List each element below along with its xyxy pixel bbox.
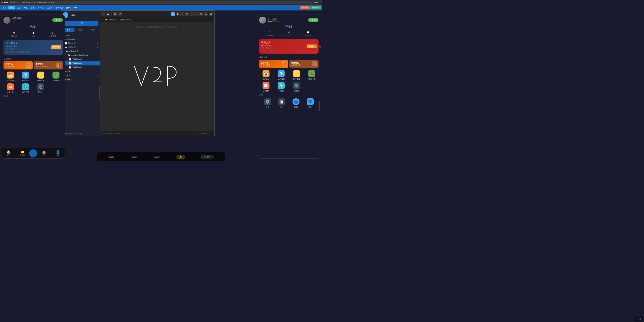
new-note-btn[interactable]: + 新建 bbox=[63, 21, 98, 26]
phone3-calendar[interactable]: 📅 我的日历 bbox=[259, 70, 273, 80]
nav-ranking[interactable]: 排行榜 bbox=[36, 6, 45, 10]
nav-back[interactable]: ‹ bbox=[101, 19, 102, 21]
address-bar[interactable]: https://www.52pojie.cn/thread-1965653-1-… bbox=[20, 1, 313, 4]
tree-whiteboard-2[interactable]: ⬜ 无标题白板(2) bbox=[62, 66, 100, 70]
phone3-stat-days: 4 使用天数 bbox=[266, 31, 273, 37]
contact-status[interactable]: 联系客服 bbox=[113, 132, 120, 135]
taskbar-btn5[interactable]: 4人合用 bbox=[202, 155, 214, 159]
tool-cursor[interactable]: ↖ bbox=[171, 15, 175, 16]
phone-1: oUU 会员 7GB 立即绑定 手机1 4 使用天数 bbox=[1, 14, 66, 159]
gift-icon: 🎁 bbox=[56, 63, 61, 68]
redo-btn[interactable]: ↷ bbox=[208, 132, 210, 134]
phone3-scrollbar[interactable] bbox=[320, 101, 320, 111]
phone3-vip-card[interactable]: 夜间会员 500-今夜立开 专享46项权益 限时优惠，立享专属权益 立即开通 bbox=[259, 39, 318, 54]
phone1-calendar[interactable]: 📅 我的日历 bbox=[4, 72, 17, 82]
tree-my-resources[interactable]: ▶ ▶ 我的资源 bbox=[62, 49, 100, 53]
phone3-blue[interactable]: 💙 蓝色 bbox=[304, 98, 316, 108]
nav-report[interactable]: 投诉举报 bbox=[54, 6, 64, 10]
tool-line1[interactable]: — bbox=[190, 15, 194, 16]
phone1-tab-latest[interactable]: 🏠 最新 bbox=[2, 150, 15, 156]
phone3-work[interactable]: 📋 作为 bbox=[276, 98, 288, 108]
tree-whiteboard-1[interactable]: ⬜ 无标题白板(1) bbox=[62, 62, 100, 66]
taskbar-btn1[interactable] bbox=[108, 156, 114, 158]
tree-trash[interactable]: 🗑 回收站 bbox=[62, 78, 100, 82]
phone3-vip-area: 夜间会员 500-今夜立开 专享46项权益 限时优惠，立享专属权益 立即开通 注… bbox=[257, 39, 320, 54]
tool-hand[interactable]: ✋ bbox=[176, 15, 180, 16]
phone3-share-me[interactable]: 💎 今我分享 bbox=[274, 82, 288, 92]
phone1-tab-ai[interactable]: 🤖 AI工具 bbox=[37, 150, 51, 156]
phone3-vip-btn[interactable]: 立即开通 bbox=[308, 18, 318, 22]
nav-monitor[interactable]: 总监视 bbox=[45, 6, 54, 10]
note-drawing-area[interactable]: 移动画布，请按住鼠标按钮拖拽画布，再按就停止 bbox=[100, 22, 214, 131]
phone1-tags[interactable]: 🔖 我的标签 bbox=[49, 72, 63, 82]
phone3-cloud-notes[interactable]: 💎 我的云笔 bbox=[274, 70, 288, 80]
taskbar-btn2[interactable] bbox=[131, 156, 137, 158]
phone3-circle[interactable]: 🔵 圆形 bbox=[290, 98, 302, 108]
fullscreen-btn[interactable]: ⛶ bbox=[211, 132, 213, 134]
nav-forward[interactable]: › bbox=[103, 19, 104, 21]
nav-help[interactable]: 帮助 bbox=[72, 6, 78, 10]
tool-line2[interactable]: — bbox=[194, 15, 199, 16]
tool-share[interactable]: ↗ bbox=[118, 15, 122, 16]
tree-date-folder[interactable]: 📅 2024年9月27日21-40 bbox=[62, 53, 100, 57]
phone3-trash[interactable]: 🗑️ 回收站 bbox=[290, 82, 303, 92]
phone1-username: oUU bbox=[12, 17, 16, 19]
phone1-link-fav[interactable]: ⭐ 链接收藏 bbox=[34, 72, 48, 82]
tool-circle[interactable]: ○ bbox=[180, 15, 184, 16]
nav-collection[interactable]: 合集 bbox=[29, 6, 36, 10]
phone1-invite[interactable]: 邀请有礼 邀请好友领取奖励 🎁 bbox=[34, 61, 63, 70]
phone1-fab[interactable]: + bbox=[29, 149, 37, 157]
tree-tags[interactable]: 🏷 标签 ∨ bbox=[62, 74, 100, 78]
sidebar-tab-ai[interactable]: AI工具 bbox=[75, 28, 86, 32]
tool-image[interactable]: 🖼 bbox=[208, 15, 213, 16]
taskbar-btn4[interactable]: 🌟 bbox=[176, 155, 184, 159]
nav-news[interactable]: 资讯 bbox=[8, 6, 15, 10]
tool-text[interactable]: A bbox=[204, 15, 208, 16]
nav-general[interactable]: 综合 bbox=[15, 6, 22, 10]
undo-btn[interactable]: ↶ bbox=[206, 132, 208, 134]
phone1-task-center[interactable]: 任务中心 有任务领取哦 🎯 bbox=[4, 61, 32, 70]
browser-tab-label[interactable]: 52破解 bbox=[10, 2, 15, 4]
phone1-vip-card[interactable]: ♡ 开通会员 150G 超大空间 专享46项权益 开通超级会员，立享全部专属权益… bbox=[4, 40, 63, 55]
nav-activity[interactable]: 活动 bbox=[65, 6, 72, 10]
phone3-link-fav[interactable]: ⭐ 链接收藏 bbox=[290, 70, 303, 80]
phone1-tab-mine[interactable]: 👤 我的 bbox=[51, 150, 65, 156]
tool-delete[interactable]: 🗑 bbox=[113, 15, 117, 16]
phone3-settings[interactable]: ⚙️ 设置 bbox=[261, 98, 274, 108]
phone1-tab-folder[interactable]: 📁 文件夹 bbox=[15, 150, 29, 156]
sidebar-expand[interactable]: › bbox=[98, 15, 98, 17]
note-nav: ‹ › 📁 全部笔记 › 无标题白板(1) bbox=[100, 17, 214, 22]
contact-btn[interactable]: 联系客服 bbox=[75, 132, 82, 135]
tool-rect[interactable]: □ bbox=[185, 15, 189, 16]
zoom-out[interactable]: − bbox=[196, 132, 198, 134]
tool-pen[interactable]: ✏️ bbox=[199, 15, 204, 16]
nav-quick-btn[interactable]: 快速导航 bbox=[311, 6, 320, 10]
nav-follow-btn[interactable]: 关注前辈 bbox=[300, 6, 310, 10]
tree-whiteboard[interactable]: ⬜ 无标题白板 bbox=[62, 57, 100, 62]
browser-refresh[interactable]: ↻ bbox=[318, 1, 320, 4]
phone3-files[interactable]: 📄 记录文件 bbox=[259, 82, 273, 92]
phone1-vip-btn[interactable]: 立即绑定 bbox=[52, 18, 63, 22]
tree-all-notes[interactable]: 📁 全部笔记 ∧ bbox=[62, 45, 100, 49]
nav-zone[interactable]: 专区 bbox=[22, 6, 29, 10]
phone1-starred[interactable]: 📁 加星文件 bbox=[4, 83, 17, 94]
taskbar-btn3[interactable] bbox=[154, 156, 160, 158]
phone1-shared[interactable]: ✈️ 与我分享 bbox=[19, 83, 32, 94]
phone3-invite[interactable]: 迷路有礼 邀请好友奖励 🎁 bbox=[290, 60, 318, 68]
browser-back[interactable]: ⟵ bbox=[314, 1, 318, 4]
phone3-tags[interactable]: 🔖 我的标签 bbox=[305, 70, 319, 80]
tree-special-task[interactable]: ☆ 特别任务 bbox=[62, 37, 100, 41]
nav-home[interactable]: 首页 bbox=[2, 6, 8, 10]
phone1-cloud-notes[interactable]: 💎 我的云笔 bbox=[19, 72, 32, 82]
phone3-task-center[interactable]: 任务中心 有任务领取哦 🎯 bbox=[259, 60, 288, 68]
phone3-stat-notes: 4 笔记 bbox=[287, 31, 290, 37]
tool-dots[interactable]: ⋮⋮ bbox=[101, 15, 105, 16]
tree-share[interactable]: ↗ 分享 bbox=[62, 70, 100, 74]
tool-dash[interactable]: ▬ bbox=[106, 15, 110, 16]
tree-new-notes[interactable]: 📄 新建笔记 ∨ bbox=[62, 41, 100, 45]
phone1-open-vip-btn[interactable]: 立即开通 bbox=[51, 45, 61, 49]
zoom-in[interactable]: + bbox=[199, 132, 200, 134]
sync-status[interactable]: 同步优先评分 bbox=[101, 132, 112, 135]
sidebar-tab-search[interactable]: 搜索 bbox=[87, 28, 98, 32]
phone1-trash[interactable]: 🗑️ 回收站 bbox=[34, 83, 48, 94]
